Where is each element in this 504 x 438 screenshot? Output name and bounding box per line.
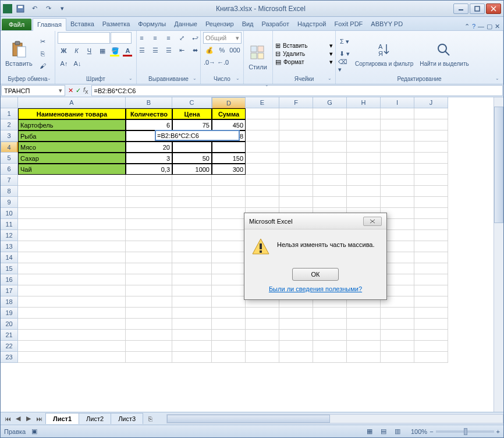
cell-J15[interactable] [414, 263, 448, 274]
cell-J1[interactable] [414, 108, 448, 119]
cell-E2[interactable] [246, 119, 279, 130]
cell-J17[interactable] [414, 285, 448, 296]
cell-D13[interactable] [212, 241, 246, 252]
cell-B20[interactable] [126, 319, 172, 330]
italic-button[interactable]: К [70, 45, 83, 56]
cell-B4[interactable]: 20 [126, 142, 172, 153]
cell-J10[interactable] [414, 208, 448, 219]
dialog-ok-button[interactable]: ОК [292, 268, 339, 281]
cell-B18[interactable] [126, 296, 172, 308]
bold-button[interactable]: Ж [58, 45, 70, 56]
wrap-text-button[interactable]: ⮐ [189, 32, 202, 44]
zoom-in-button[interactable]: + [496, 428, 500, 435]
cell-C16[interactable] [172, 274, 212, 285]
cell-J6[interactable] [414, 164, 448, 175]
cell-I1[interactable] [381, 108, 414, 119]
fill-color-button[interactable]: 🪣 [109, 45, 121, 56]
cell-D16[interactable] [212, 274, 246, 285]
row-header-16[interactable]: 16 [1, 274, 18, 285]
cell-G19[interactable] [313, 308, 347, 319]
align-right-button[interactable]: ☰ [162, 44, 175, 56]
cell-F9[interactable] [279, 197, 313, 208]
cell-C13[interactable] [172, 241, 212, 252]
col-header-B[interactable]: B [126, 97, 172, 108]
zoom-level[interactable]: 100% [411, 428, 427, 435]
vscroll-thumb[interactable] [494, 107, 503, 223]
cell-H1[interactable] [347, 108, 381, 119]
col-header-I[interactable]: I [381, 97, 414, 108]
cell-G8[interactable] [313, 186, 347, 197]
cell-J13[interactable] [414, 241, 448, 252]
comma-button[interactable]: 000 [229, 44, 241, 56]
cell-A19[interactable] [18, 308, 126, 319]
col-header-C[interactable]: C [172, 97, 212, 108]
cell-D2[interactable]: 450 [212, 119, 246, 130]
cell-J20[interactable] [414, 319, 448, 330]
row-header-20[interactable]: 20 [1, 319, 18, 330]
save-button[interactable] [15, 3, 26, 15]
cell-E8[interactable] [246, 186, 279, 197]
align-center-button[interactable]: ☰ [149, 44, 162, 56]
cell-A17[interactable] [18, 285, 126, 296]
align-top-button[interactable]: ≡ [136, 32, 148, 44]
col-header-A[interactable]: A [18, 97, 126, 108]
undo-button[interactable]: ↶ [29, 3, 40, 15]
cell-C9[interactable] [172, 197, 212, 208]
row-header-15[interactable]: 15 [1, 263, 18, 274]
cell-C4[interactable] [172, 142, 212, 153]
cell-B9[interactable] [126, 197, 172, 208]
window-close-icon[interactable]: ✕ [495, 23, 500, 30]
cell-I6[interactable] [381, 164, 414, 175]
cell-J18[interactable] [414, 296, 448, 308]
tab-nav-next[interactable]: ▶ [24, 414, 33, 423]
cell-B19[interactable] [126, 308, 172, 319]
row-header-17[interactable]: 17 [1, 285, 18, 296]
col-header-E[interactable]: E [246, 97, 279, 108]
normal-view-button[interactable]: ▦ [363, 426, 376, 437]
cell-B22[interactable] [126, 341, 172, 352]
cell-F8[interactable] [279, 186, 313, 197]
cell-E19[interactable] [246, 308, 279, 319]
cell-J3[interactable] [414, 130, 448, 142]
cell-A7[interactable] [18, 175, 126, 186]
cell-J8[interactable] [414, 186, 448, 197]
cell-A1[interactable]: Наименование товара [18, 108, 126, 119]
cell-F3[interactable] [279, 130, 313, 142]
col-header-G[interactable]: G [313, 97, 347, 108]
cell-B16[interactable] [126, 274, 172, 285]
cell-C12[interactable] [172, 230, 212, 241]
cell-I5[interactable] [381, 153, 414, 164]
cell-G2[interactable] [313, 119, 347, 130]
cell-A8[interactable] [18, 186, 126, 197]
cell-B23[interactable] [126, 352, 172, 363]
cell-H5[interactable] [347, 153, 381, 164]
merge-button[interactable]: ⬌ [189, 44, 202, 56]
autosum-button[interactable]: Σ ▾ [338, 36, 351, 47]
cell-C14[interactable] [172, 252, 212, 263]
cell-B12[interactable] [126, 230, 172, 241]
cell-F22[interactable] [279, 341, 313, 352]
col-header-H[interactable]: H [347, 97, 381, 108]
cell-C10[interactable] [172, 208, 212, 219]
window-restore-icon[interactable]: ▢ [487, 23, 492, 30]
row-header-23[interactable]: 23 [1, 352, 18, 363]
cell-G6[interactable] [313, 164, 347, 175]
increase-font-button[interactable]: A↑ [58, 58, 70, 69]
cell-A3[interactable]: Рыба [18, 130, 126, 142]
cell-J4[interactable] [414, 142, 448, 153]
formula-input[interactable]: =B2:B6*C2:C6 [91, 85, 503, 96]
cell-J21[interactable] [414, 330, 448, 341]
cell-D23[interactable] [212, 352, 246, 363]
border-button[interactable]: ▦ [96, 45, 108, 56]
cell-B10[interactable] [126, 208, 172, 219]
cell-F20[interactable] [279, 319, 313, 330]
cell-B15[interactable] [126, 263, 172, 274]
cell-J19[interactable] [414, 308, 448, 319]
ribbon-tab-0[interactable]: Главная [33, 18, 66, 31]
row-header-21[interactable]: 21 [1, 330, 18, 341]
dialog-titlebar[interactable]: Microsoft Excel [244, 213, 386, 229]
cell-B17[interactable] [126, 285, 172, 296]
cell-E9[interactable] [246, 197, 279, 208]
cell-C18[interactable] [172, 296, 212, 308]
enter-formula-icon[interactable]: ✓ [76, 87, 81, 94]
